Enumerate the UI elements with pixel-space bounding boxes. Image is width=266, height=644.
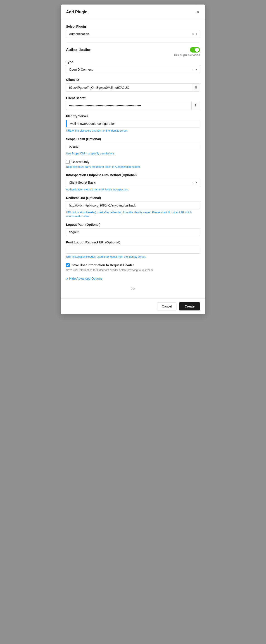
scroll-indicator: ≫ — [66, 286, 200, 291]
modal-header: Add Plugin × — [61, 4, 205, 19]
enabled-toggle[interactable] — [190, 47, 200, 52]
client-id-group: Client ID ⊞ — [66, 78, 200, 92]
bearer-only-group: Bearer Only Requests must carry the bear… — [66, 160, 200, 169]
section-divider — [66, 42, 200, 42]
introspection-endpoint-dropdown[interactable]: Client Secret Basic × ▾ — [66, 179, 200, 186]
select-plugin-clear-icon[interactable]: × — [192, 32, 194, 36]
cancel-button[interactable]: Cancel — [157, 302, 177, 310]
post-logout-redirect-uri-group: Post Logout Redirect URI (Optional) URI … — [66, 240, 200, 259]
select-plugin-dropdown[interactable]: Authentication × ▾ — [66, 30, 200, 38]
add-plugin-modal: Add Plugin × Select Plugin Authenticatio… — [61, 4, 205, 314]
scope-claim-input[interactable] — [66, 143, 200, 150]
introspection-endpoint-arrow-icon: ▾ — [196, 181, 197, 184]
save-user-info-checkbox[interactable] — [66, 263, 70, 267]
introspection-endpoint-group: Introspection Endpoint Auth Method (Opti… — [66, 173, 200, 192]
identity-server-hint: URL of the discovery endpoint of the ide… — [66, 129, 200, 133]
post-logout-redirect-uri-input[interactable] — [66, 246, 200, 254]
type-label: Type — [66, 60, 200, 64]
identity-server-input[interactable] — [66, 120, 200, 128]
select-plugin-group: Select Plugin Authentication × ▾ — [66, 25, 200, 38]
hide-advanced-options-link[interactable]: ∧ Hide Advanced Options — [66, 277, 102, 280]
type-arrow-icon: ▾ — [196, 68, 197, 71]
select-plugin-value: Authentication — [69, 32, 190, 36]
identity-server-label: Identity Server — [66, 114, 200, 118]
introspection-endpoint-clear-icon[interactable]: × — [192, 181, 194, 184]
client-secret-visibility-icon[interactable]: 👁 — [191, 102, 200, 110]
modal-overlay: Add Plugin × Select Plugin Authenticatio… — [0, 0, 266, 644]
type-field-group: Type OpenID Connect × ▾ — [66, 60, 200, 73]
logout-path-group: Logout Path (Optional) — [66, 223, 200, 236]
client-id-label: Client ID — [66, 78, 200, 82]
redirect-uri-input[interactable] — [66, 202, 200, 209]
client-secret-input-wrapper: 👁 — [66, 102, 200, 110]
client-secret-label: Client Secret — [66, 96, 200, 100]
logout-path-label: Logout Path (Optional) — [66, 223, 200, 226]
bearer-only-hint: Requests must carry the bearer token in … — [66, 165, 200, 169]
scope-claim-hint: Use Scope Claim to specify permissions. — [66, 152, 200, 156]
client-id-input[interactable] — [66, 84, 192, 91]
introspection-endpoint-label: Introspection Endpoint Auth Method (Opti… — [66, 173, 200, 177]
type-clear-icon[interactable]: × — [192, 68, 194, 71]
save-user-info-row: Save User Information to Request Header — [66, 263, 200, 267]
redirect-uri-hint: URI (in Location Header) used after redi… — [66, 210, 200, 218]
bearer-only-row: Bearer Only — [66, 160, 200, 164]
type-dropdown[interactable]: OpenID Connect × ▾ — [66, 66, 200, 73]
post-logout-redirect-uri-hint: URI (in Location Header) used after logo… — [66, 255, 200, 259]
save-user-info-hint: Save user information to X-Userinfo head… — [66, 268, 200, 272]
client-secret-group: Client Secret 👁 — [66, 96, 200, 110]
select-plugin-arrow-icon: ▾ — [196, 32, 197, 36]
scope-claim-label: Scope Claim (Optional) — [66, 137, 200, 141]
create-button[interactable]: Create — [179, 302, 200, 310]
type-value: OpenID Connect — [69, 68, 190, 71]
modal-footer: Cancel Create — [61, 298, 205, 314]
logout-path-input[interactable] — [66, 228, 200, 236]
save-user-info-label: Save User Information to Request Header — [71, 263, 134, 267]
client-id-input-wrapper: ⊞ — [66, 83, 200, 92]
select-plugin-label: Select Plugin — [66, 25, 200, 28]
save-user-info-group: Save User Information to Request Header … — [66, 263, 200, 272]
toggle-slider — [190, 47, 200, 52]
introspection-endpoint-hint: Authentication method name for token int… — [66, 188, 200, 192]
redirect-uri-group: Redirect URI (Optional) URI (in Location… — [66, 196, 200, 218]
modal-title: Add Plugin — [66, 10, 87, 14]
toggle-wrapper — [190, 47, 200, 52]
bearer-only-label: Bearer Only — [71, 160, 89, 164]
client-secret-input[interactable] — [66, 102, 191, 109]
bearer-only-checkbox[interactable] — [66, 160, 70, 164]
redirect-uri-label: Redirect URI (Optional) — [66, 196, 200, 200]
plugin-enabled-label: This plugin is enabled — [66, 54, 200, 56]
post-logout-redirect-uri-label: Post Logout Redirect URI (Optional) — [66, 240, 200, 244]
authentication-header: Authentication — [66, 47, 200, 52]
modal-body: Select Plugin Authentication × ▾ Authent… — [61, 19, 205, 298]
client-id-icon[interactable]: ⊞ — [192, 84, 200, 92]
identity-server-group: Identity Server URL of the discovery end… — [66, 114, 200, 133]
authentication-title: Authentication — [66, 48, 91, 52]
close-button[interactable]: × — [196, 9, 200, 15]
scope-claim-group: Scope Claim (Optional) Use Scope Claim t… — [66, 137, 200, 156]
introspection-endpoint-value: Client Secret Basic — [69, 181, 190, 184]
